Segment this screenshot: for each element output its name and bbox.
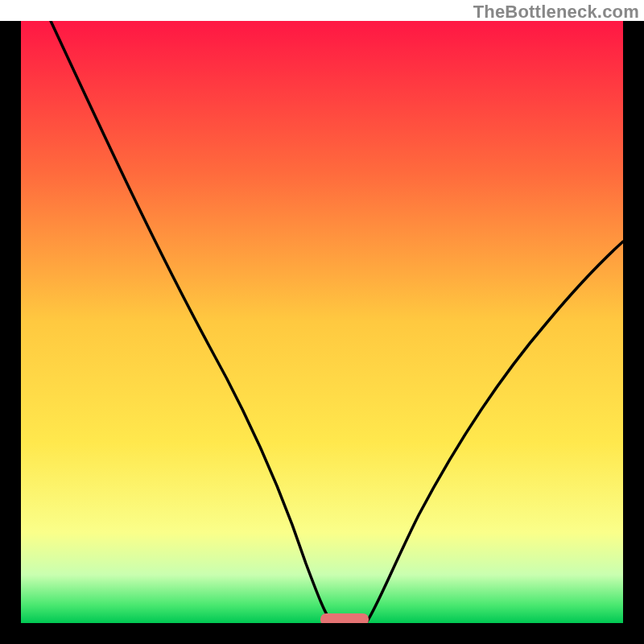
frame-right xyxy=(623,0,644,644)
frame-bottom xyxy=(0,623,644,644)
watermark-text: TheBottleneck.com xyxy=(473,2,639,23)
gradient-background xyxy=(21,21,623,623)
bottleneck-chart xyxy=(0,0,644,644)
chart-stage: TheBottleneck.com xyxy=(0,0,644,644)
plot-area xyxy=(21,21,623,623)
frame-left xyxy=(0,0,21,644)
